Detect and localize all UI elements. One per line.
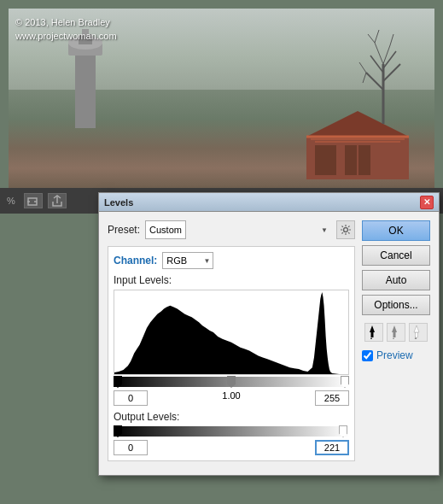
dialog-left-panel: Preset: Custom Channel: xyxy=(108,220,355,466)
input-mid-value: 1.00 xyxy=(213,390,250,406)
histogram-svg xyxy=(114,290,348,374)
main-panel: Channel: RGB Red Green Blue Input Levels… xyxy=(108,246,355,461)
output-levels-label: Output Levels: xyxy=(114,411,349,423)
share-icon[interactable] xyxy=(48,193,67,208)
photo-copyright: © 2013, Helen Bradley www.projectwoman.c… xyxy=(15,15,117,43)
input-gradient xyxy=(114,377,349,387)
output-values-row xyxy=(114,440,349,455)
svg-rect-0 xyxy=(75,51,96,128)
output-gradient xyxy=(114,426,349,437)
dialog-titlebar: Levels ✕ xyxy=(99,193,439,212)
dialog-body: Preset: Custom Channel: xyxy=(99,212,439,475)
svg-marker-34 xyxy=(392,325,397,332)
gray-eyedropper-button[interactable] xyxy=(387,323,405,342)
svg-rect-33 xyxy=(393,332,396,337)
svg-line-24 xyxy=(363,73,366,83)
preview-label[interactable]: Preview xyxy=(376,349,413,361)
output-slider-track xyxy=(114,426,349,438)
input-slider-track xyxy=(114,377,349,389)
channel-label: Channel: xyxy=(114,255,157,267)
photo-canvas: © 2013, Helen Bradley www.projectwoman.c… xyxy=(9,9,434,188)
cancel-button[interactable]: Cancel xyxy=(362,245,430,266)
options-button[interactable]: Options... xyxy=(362,295,430,315)
input-black-handle[interactable] xyxy=(114,376,122,388)
preview-row: Preview xyxy=(362,349,430,361)
svg-rect-7 xyxy=(315,145,336,175)
dialog-title: Levels xyxy=(104,197,133,208)
channel-select[interactable]: RGB Red Green Blue xyxy=(162,252,213,269)
output-white-handle[interactable] xyxy=(339,425,347,437)
eyedroppers-row xyxy=(362,323,430,342)
svg-line-23 xyxy=(359,62,366,73)
input-white-value[interactable] xyxy=(315,390,349,406)
svg-marker-32 xyxy=(370,325,375,332)
svg-line-22 xyxy=(390,34,393,45)
input-values-row: 1.00 xyxy=(114,390,349,406)
preset-row: Preset: Custom xyxy=(108,220,355,239)
svg-line-19 xyxy=(368,34,375,43)
black-eyedropper-button[interactable] xyxy=(364,323,383,342)
svg-marker-36 xyxy=(414,325,419,332)
input-white-handle[interactable] xyxy=(341,376,349,388)
preview-checkbox[interactable] xyxy=(362,350,373,361)
output-black-handle[interactable] xyxy=(114,425,122,437)
channel-select-wrapper: RGB Red Green Blue xyxy=(162,252,213,269)
svg-line-20 xyxy=(375,30,379,43)
ok-button[interactable]: OK xyxy=(362,220,430,241)
preset-select[interactable]: Custom xyxy=(145,220,186,239)
svg-line-18 xyxy=(375,43,383,64)
dialog-right-panel: OK Cancel Auto Options... xyxy=(362,220,430,466)
svg-rect-35 xyxy=(416,332,418,337)
input-levels-label: Input Levels: xyxy=(114,274,349,286)
white-eyedropper-button[interactable] xyxy=(409,323,428,342)
output-section: Output Levels: xyxy=(114,411,349,455)
output-white-value[interactable] xyxy=(315,440,349,455)
close-button[interactable]: ✕ xyxy=(420,196,434,209)
levels-dialog: Levels ✕ Preset: Custom xyxy=(98,192,440,476)
svg-point-29 xyxy=(344,228,348,232)
svg-line-16 xyxy=(370,56,383,73)
svg-marker-30 xyxy=(114,292,348,374)
svg-rect-31 xyxy=(371,332,374,337)
input-gray-handle[interactable] xyxy=(227,376,236,388)
zoom-icon[interactable] xyxy=(24,193,43,208)
preset-select-wrapper: Custom xyxy=(145,220,331,239)
preset-label: Preset: xyxy=(108,224,140,236)
channel-row: Channel: RGB Red Green Blue xyxy=(114,252,349,269)
svg-line-14 xyxy=(366,73,383,90)
input-black-value[interactable] xyxy=(114,390,148,406)
output-black-value[interactable] xyxy=(114,440,148,455)
auto-button[interactable]: Auto xyxy=(362,270,430,290)
svg-line-15 xyxy=(383,64,400,81)
histogram-area xyxy=(114,290,349,375)
zoom-percent: % xyxy=(7,196,15,206)
settings-icon-button[interactable] xyxy=(336,220,355,239)
